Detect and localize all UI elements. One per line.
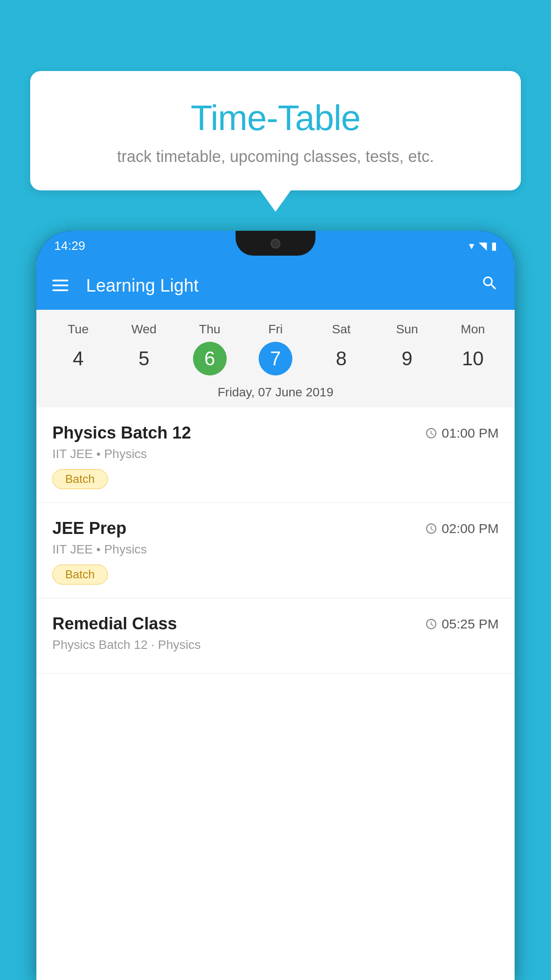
schedule-item-header: JEE Prep 02:00 PM	[52, 519, 499, 538]
schedule-item-title: JEE Prep	[52, 519, 126, 538]
weekday-num: 6	[193, 342, 227, 375]
selected-date-label: Friday, 07 June 2019	[36, 379, 515, 407]
hamburger-menu-button[interactable]	[52, 280, 68, 291]
phone-screen: Learning Light Tue4Wed5Thu6Fri7Sat8Sun9M…	[36, 261, 515, 980]
schedule-item-title: Remedial Class	[52, 614, 177, 633]
schedule-item-meta: IIT JEE • Physics	[52, 447, 499, 461]
schedule-item[interactable]: Physics Batch 12 01:00 PM IIT JEE • Phys…	[36, 407, 515, 503]
weekday-num: 9	[390, 342, 424, 375]
schedule-item-meta: Physics Batch 12 · Physics	[52, 638, 499, 652]
calendar-day-9[interactable]: Sun9	[381, 322, 434, 375]
notch	[236, 231, 315, 256]
weekday-num: 8	[324, 342, 358, 375]
battery-icon: ▮	[491, 240, 497, 252]
calendar-day-10[interactable]: Mon10	[446, 322, 500, 375]
schedule-item-title: Physics Batch 12	[52, 423, 191, 443]
schedule-item-header: Remedial Class 05:25 PM	[52, 614, 499, 633]
calendar-day-7[interactable]: Fri7	[249, 322, 302, 375]
phone-frame: 14:29 ▾ ◥ ▮ Learning Light	[36, 231, 515, 980]
batch-badge: Batch	[52, 469, 108, 489]
status-icons: ▾ ◥ ▮	[469, 240, 497, 252]
bubble-subtitle: track timetable, upcoming classes, tests…	[48, 147, 503, 166]
signal-icon: ◥	[479, 240, 487, 252]
schedule-item[interactable]: Remedial Class 05:25 PM Physics Batch 12…	[36, 598, 515, 674]
schedule-item-time: 02:00 PM	[425, 521, 499, 536]
calendar-day-6[interactable]: Thu6	[183, 322, 236, 375]
calendar-day-8[interactable]: Sat8	[315, 322, 368, 375]
weekday-label: Wed	[131, 322, 157, 336]
status-time: 14:29	[54, 239, 85, 253]
app-title: Learning Light	[86, 276, 468, 296]
batch-badge: Batch	[52, 565, 108, 585]
app-bar: Learning Light	[36, 261, 515, 310]
calendar-week: Tue4Wed5Thu6Fri7Sat8Sun9Mon10 Friday, 07…	[36, 310, 515, 407]
weekday-label: Mon	[461, 322, 485, 336]
wifi-icon: ▾	[469, 240, 474, 252]
weekday-num: 5	[127, 342, 161, 375]
status-bar: 14:29 ▾ ◥ ▮	[36, 231, 515, 261]
weekday-label: Thu	[199, 322, 220, 336]
schedule-item-header: Physics Batch 12 01:00 PM	[52, 423, 499, 443]
calendar-day-4[interactable]: Tue4	[51, 322, 105, 375]
schedule-item-time: 01:00 PM	[425, 426, 499, 441]
calendar-day-5[interactable]: Wed5	[117, 322, 170, 375]
schedule-item-meta: IIT JEE • Physics	[52, 542, 499, 557]
schedule-item[interactable]: JEE Prep 02:00 PM IIT JEE • Physics Batc…	[36, 503, 515, 598]
weekday-label: Sun	[396, 322, 418, 336]
weekdays-row: Tue4Wed5Thu6Fri7Sat8Sun9Mon10	[36, 319, 515, 379]
weekday-label: Fri	[268, 322, 283, 336]
schedule-item-time: 05:25 PM	[425, 616, 499, 632]
schedule-list: Physics Batch 12 01:00 PM IIT JEE • Phys…	[36, 407, 515, 674]
weekday-label: Sat	[332, 322, 350, 336]
weekday-label: Tue	[68, 322, 89, 336]
front-camera	[271, 239, 280, 249]
weekday-num: 10	[456, 342, 490, 375]
speech-bubble-container: Time-Table track timetable, upcoming cla…	[30, 71, 521, 190]
speech-bubble: Time-Table track timetable, upcoming cla…	[30, 71, 521, 190]
search-icon[interactable]	[481, 274, 499, 296]
weekday-num: 4	[61, 342, 95, 375]
bubble-title: Time-Table	[48, 98, 503, 138]
weekday-num: 7	[259, 342, 292, 375]
